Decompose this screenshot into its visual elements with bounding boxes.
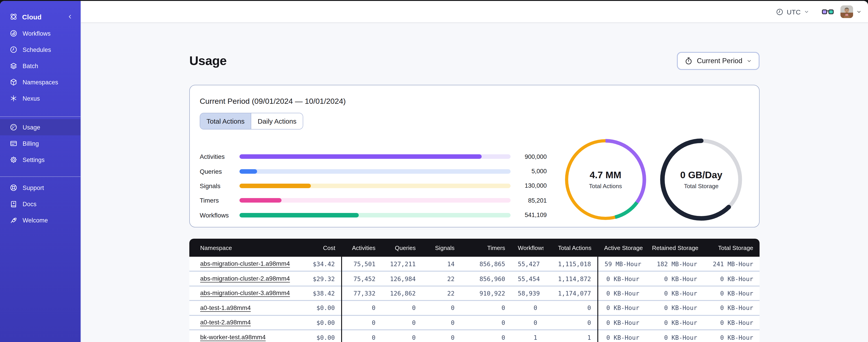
cell-total-storage: 0 KB-Hour bbox=[704, 271, 760, 286]
bar-row-workflows: Workflows541,109 bbox=[200, 208, 547, 223]
docs-icon bbox=[9, 200, 18, 208]
cell-active-storage: 0 KB-Hour bbox=[598, 315, 646, 330]
page-head: Usage Current Period bbox=[189, 52, 760, 70]
sidebar-item-settings[interactable]: Settings bbox=[0, 151, 81, 168]
namespace-cell: abs-migration-cluster-3.a98mm4 bbox=[189, 286, 302, 301]
cell-total-actions: 1,115,018 bbox=[544, 257, 598, 271]
cell-total-actions: 1,174,077 bbox=[544, 286, 598, 301]
donut-center: 4.7 MM Total Actions bbox=[563, 137, 648, 223]
col-header-timers: Timers bbox=[461, 239, 512, 257]
bar-row-timers: Timers85,201 bbox=[200, 193, 547, 208]
brand-row: Cloud bbox=[0, 8, 81, 25]
main-area: UTC Usage Current Period Curren bbox=[81, 1, 868, 342]
namespace-cell: a0-test-2.a98mm4 bbox=[189, 315, 302, 330]
page-title: Usage bbox=[189, 54, 226, 68]
table-row: bk-worker-test.a98mm4$0.000000110 KB-Hou… bbox=[189, 330, 760, 342]
period-selector-button[interactable]: Current Period bbox=[677, 52, 760, 70]
col-header-queries: Queries bbox=[382, 239, 422, 257]
namespace-link[interactable]: a0-test-2.a98mm4 bbox=[200, 319, 251, 326]
cell-queries: 127,211 bbox=[382, 257, 422, 271]
cell-total-actions: 0 bbox=[544, 301, 598, 315]
bar-value: 5,000 bbox=[510, 168, 547, 175]
bar-label: Queries bbox=[200, 168, 240, 175]
sidebar-item-label: Workflows bbox=[23, 30, 51, 37]
bar-value: 85,201 bbox=[510, 197, 547, 204]
donut-value: 0 GB/Day bbox=[680, 170, 722, 180]
cell-timers: 0 bbox=[461, 315, 512, 330]
sidebar-divider bbox=[0, 176, 81, 177]
cell-queries: 0 bbox=[382, 315, 422, 330]
cell-total-storage: 0 KB-Hour bbox=[704, 301, 760, 315]
sidebar-item-schedules[interactable]: Schedules bbox=[0, 41, 81, 58]
sidebar-item-nexus[interactable]: Nexus bbox=[0, 90, 81, 106]
donut-total-actions: 4.7 MM Total Actions bbox=[563, 137, 648, 223]
bar-row-signals: Signals130,000 bbox=[200, 179, 547, 193]
cell-workflows: 0 bbox=[512, 315, 544, 330]
sidebar-item-batch[interactable]: Batch bbox=[0, 58, 81, 74]
bar-label: Signals bbox=[200, 182, 240, 190]
cell-workflows: 1 bbox=[512, 330, 544, 342]
cell-total-storage: 0 KB-Hour bbox=[704, 286, 760, 301]
bar-value: 130,000 bbox=[510, 182, 547, 189]
table-row: abs-migration-cluster-1.a98mm4$34.4275,5… bbox=[189, 257, 760, 271]
app-window: Cloud WorkflowsSchedulesBatchNamespacesN… bbox=[0, 1, 868, 342]
bar-fill bbox=[240, 169, 257, 173]
sidebar-nav-top: WorkflowsSchedulesBatchNamespacesNexus bbox=[0, 25, 81, 106]
col-header-retained-storage: Retained Storage bbox=[646, 239, 704, 257]
cell-retained-storage: 182 MB-Hour bbox=[646, 257, 704, 271]
sidebar-item-label: Billing bbox=[23, 140, 39, 147]
cell-signals: 22 bbox=[422, 286, 461, 301]
cell-cost: $29.32 bbox=[302, 271, 342, 286]
bar-value: 900,000 bbox=[510, 153, 547, 160]
support-icon bbox=[9, 184, 18, 192]
timezone-selector[interactable]: UTC bbox=[776, 8, 809, 15]
cell-queries: 126,862 bbox=[382, 286, 422, 301]
col-header-total-storage: Total Storage bbox=[704, 239, 760, 257]
cell-retained-storage: 0 KB-Hour bbox=[646, 286, 704, 301]
donut-label: Total Storage bbox=[684, 183, 718, 190]
collapse-sidebar-button[interactable] bbox=[65, 12, 74, 21]
sidebar-item-usage[interactable]: Usage bbox=[0, 119, 81, 135]
cell-signals: 14 bbox=[422, 257, 461, 271]
cell-activities: 0 bbox=[342, 330, 382, 342]
chevron-down-icon bbox=[856, 9, 862, 14]
cell-cost: $0.00 bbox=[302, 315, 342, 330]
sidebar: Cloud WorkflowsSchedulesBatchNamespacesN… bbox=[0, 1, 81, 342]
sidebar-item-support[interactable]: Support bbox=[0, 179, 81, 196]
cell-total-storage: 0 KB-Hour bbox=[704, 315, 760, 330]
cell-activities: 0 bbox=[342, 315, 382, 330]
namespace-link[interactable]: abs-migration-cluster-2.a98mm4 bbox=[200, 275, 290, 282]
namespace-cell: abs-migration-cluster-1.a98mm4 bbox=[189, 257, 302, 271]
table-row: a0-test-1.a98mm4$0.000000000 KB-Hour0 KB… bbox=[189, 301, 760, 315]
namespace-link[interactable]: a0-test-1.a98mm4 bbox=[200, 305, 251, 311]
col-header-workflows: Workflows bbox=[512, 239, 544, 257]
namespace-link[interactable]: abs-migration-cluster-3.a98mm4 bbox=[200, 290, 290, 297]
tab-total-actions[interactable]: Total Actions bbox=[200, 113, 251, 129]
tab-daily-actions[interactable]: Daily Actions bbox=[251, 113, 303, 129]
user-menu-button[interactable] bbox=[856, 9, 862, 14]
namespace-link[interactable]: abs-migration-cluster-1.a98mm4 bbox=[200, 260, 290, 267]
cell-activities: 75,501 bbox=[342, 257, 382, 271]
cell-workflows: 55,427 bbox=[512, 257, 544, 271]
feedback-glasses-button[interactable] bbox=[822, 9, 834, 15]
avatar[interactable] bbox=[840, 5, 853, 18]
bar-fill bbox=[240, 154, 482, 159]
sidebar-item-docs[interactable]: Docs bbox=[0, 196, 81, 212]
sidebar-item-workflows[interactable]: Workflows bbox=[0, 25, 81, 41]
cell-timers: 0 bbox=[461, 330, 512, 342]
sidebar-item-welcome[interactable]: Welcome bbox=[0, 212, 81, 228]
bar-track bbox=[240, 213, 510, 217]
cell-retained-storage: 0 KB-Hour bbox=[646, 271, 704, 286]
sidebar-item-namespaces[interactable]: Namespaces bbox=[0, 74, 81, 90]
sidebar-item-label: Batch bbox=[23, 63, 38, 69]
workflows-icon bbox=[9, 29, 18, 37]
sidebar-item-label: Usage bbox=[23, 124, 40, 131]
glasses-icon bbox=[822, 9, 834, 15]
topbar: UTC bbox=[81, 1, 868, 23]
sidebar-item-billing[interactable]: Billing bbox=[0, 135, 81, 151]
table-row: abs-migration-cluster-3.a98mm4$38.4277,3… bbox=[189, 286, 760, 301]
sidebar-item-label: Namespaces bbox=[23, 79, 58, 86]
namespace-link[interactable]: bk-worker-test.a98mm4 bbox=[200, 334, 266, 341]
cell-retained-storage: 0 KB-Hour bbox=[646, 301, 704, 315]
cell-activities: 77,332 bbox=[342, 286, 382, 301]
